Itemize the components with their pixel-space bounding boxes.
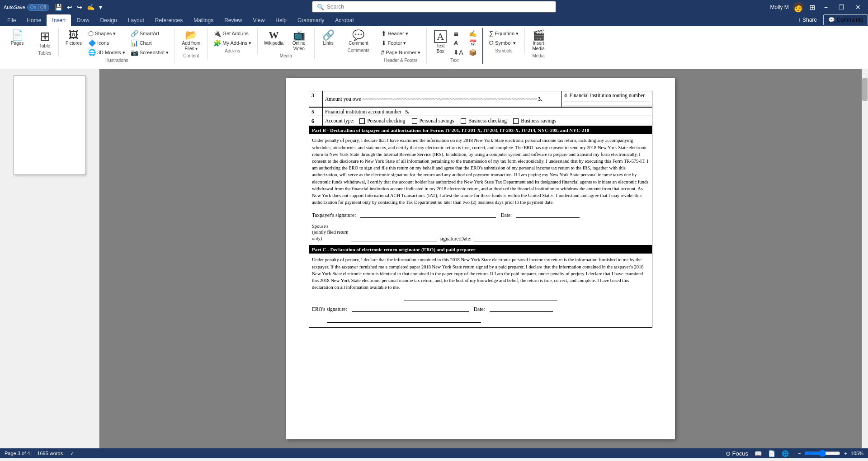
online-video-button[interactable]: 📺 Online Video	[287, 29, 311, 52]
screenshot-button[interactable]: 📷 Screenshot ▾	[128, 48, 171, 57]
tab-acrobat[interactable]: Acrobat	[330, 14, 359, 26]
read-mode-button[interactable]: 📖	[753, 450, 763, 457]
dropcap-button[interactable]: ⬇A	[451, 48, 465, 57]
tab-help[interactable]: Help	[270, 14, 292, 26]
pages-icon: 📄	[11, 30, 24, 40]
add-from-files-button[interactable]: 📂 Add from Files ▾	[179, 29, 203, 52]
tab-view[interactable]: View	[248, 14, 270, 26]
touch-button[interactable]: ✍	[85, 3, 96, 12]
layout-icon[interactable]: ⊞	[807, 3, 817, 12]
smartart-button[interactable]: 🔗 SmartArt	[128, 29, 171, 38]
autosave-toggle[interactable]: On | Off	[27, 4, 49, 11]
minimize-button[interactable]: −	[821, 3, 831, 12]
comments-icon: 💬	[828, 17, 835, 23]
row4-label: 4 Financial institution routing number	[562, 91, 652, 107]
table-button[interactable]: ⊞ Table	[35, 29, 55, 50]
chart-icon: 📊	[131, 39, 138, 47]
qa-dropdown-button[interactable]: ▾	[97, 3, 104, 12]
wikipedia-button[interactable]: W Wikipedia	[261, 29, 286, 47]
shapes-button[interactable]: ⬡ Shapes ▾	[86, 29, 127, 38]
routing-label: Financial institution routing number	[570, 93, 645, 98]
3d-models-button[interactable]: 🌐 3D Models ▾	[86, 48, 127, 57]
my-addins-button[interactable]: 🧩 My Add-ins ▾	[211, 38, 253, 47]
header-button[interactable]: ⬆ Header ▾	[379, 29, 423, 38]
add-from-files-icon: 📂	[185, 30, 197, 40]
object-button[interactable]: 📦	[467, 48, 479, 57]
signature-line-button[interactable]: ✍	[467, 29, 479, 38]
date-time-button[interactable]: 📅	[467, 38, 479, 47]
3d-models-icon: 🌐	[88, 49, 96, 56]
vertical-scrollbar[interactable]	[862, 69, 868, 448]
wikipedia-icon: W	[269, 30, 278, 40]
comment-button[interactable]: 💬 Comment	[346, 29, 371, 47]
text-box-icon: A	[434, 30, 447, 43]
document-page: 3 Amount you owe ~~~~~~~~~~~~~~~~~~~~~~~…	[286, 78, 675, 439]
ero-date-line	[490, 305, 553, 312]
tab-draw[interactable]: Draw	[71, 14, 94, 26]
chart-button[interactable]: 📊 Chart	[128, 38, 171, 47]
zoom-slider[interactable]	[804, 450, 840, 457]
pages-button[interactable]: 📄 Pages	[7, 29, 27, 47]
print-layout-button[interactable]: 📄	[767, 450, 777, 457]
tab-mailings[interactable]: Mailings	[188, 14, 219, 26]
get-addins-button[interactable]: 🔌 Get Add-ins	[211, 29, 253, 38]
table-icon: ⊞	[40, 30, 50, 43]
share-button[interactable]: ↑ Share	[793, 14, 821, 25]
focus-button[interactable]: ⊙ Focus	[724, 450, 750, 457]
autosave-control[interactable]: AutoSave On | Off	[4, 4, 49, 11]
tab-references[interactable]: References	[150, 14, 188, 26]
tab-review[interactable]: Review	[219, 14, 247, 26]
insert-media-button[interactable]: 🎬 Insert Media	[528, 29, 548, 52]
icons-button[interactable]: 🔷 Icons	[86, 38, 127, 47]
tab-design[interactable]: Design	[94, 14, 122, 26]
scrollbar-thumb[interactable]	[862, 78, 868, 101]
shapes-icon: ⬡	[88, 30, 94, 37]
user-avatar[interactable]: 🧑	[793, 2, 804, 13]
web-layout-button[interactable]: 🌐	[780, 450, 790, 457]
equation-button[interactable]: ∑ Equation ▾	[487, 29, 521, 38]
object-icon: 📦	[469, 49, 476, 56]
search-bar[interactable]: 🔍	[312, 1, 556, 13]
tab-home[interactable]: Home	[21, 14, 47, 26]
taxpayer-date-line	[516, 211, 580, 218]
footer-button[interactable]: ⬇ Footer ▾	[379, 38, 423, 47]
undo-button[interactable]: ↩	[65, 3, 74, 12]
date-label2: Date:	[474, 306, 485, 312]
page-number-button[interactable]: # Page Number ▾	[379, 48, 423, 57]
spouse-label: Spouse's	[312, 223, 348, 230]
tab-file[interactable]: File	[2, 14, 21, 26]
ero-bottom-line	[309, 315, 652, 327]
tab-grammarly[interactable]: Grammarly	[292, 14, 330, 26]
zoom-out-button[interactable]: −	[798, 451, 801, 456]
restore-button[interactable]: ❐	[835, 3, 848, 12]
header-icon: ⬆	[381, 30, 387, 37]
partb-text: Under penalty of perjury, I declare that…	[309, 134, 652, 208]
save-button[interactable]: 💾	[53, 3, 64, 12]
close-button[interactable]: ✕	[852, 3, 864, 12]
form-table-upper: 3 Amount you owe ~~~~~~~~~~~~~~~~~~~~~~~…	[309, 91, 652, 107]
page-thumbnail[interactable]	[14, 75, 86, 175]
business-checking-label: Business checking	[468, 118, 507, 123]
row6-content: Account type: Personal checking Personal…	[323, 116, 652, 126]
print-layout-icon: 📄	[768, 450, 775, 457]
wordart-button[interactable]: A	[451, 38, 465, 47]
text-box-button[interactable]: A Text Box	[430, 29, 450, 55]
ribbon-group-header-footer: ⬆ Header ▾ ⬇ Footer ▾ # Page Number ▾ He…	[375, 28, 427, 64]
links-button[interactable]: 🔗 Links	[318, 29, 338, 47]
redo-button[interactable]: ↪	[75, 3, 84, 12]
pictures-button[interactable]: 🖼 Pictures	[62, 29, 85, 47]
personal-checking-label: Personal checking	[367, 118, 405, 123]
comments-button[interactable]: 💬 Comments	[823, 14, 868, 25]
ribbon-tabs-bar: File Home Insert Draw Design Layout Refe…	[0, 14, 868, 26]
tab-insert[interactable]: Insert	[47, 14, 71, 26]
tab-layout[interactable]: Layout	[123, 14, 150, 26]
smartart-icon: 🔗	[131, 30, 138, 37]
search-input[interactable]	[327, 4, 551, 10]
quick-parts-button[interactable]: ≣	[451, 29, 465, 38]
symbol-button[interactable]: Ω Symbol ▾	[487, 38, 521, 47]
ribbon-group-text: A Text Box ≣ A ⬇A ✍ 📅	[427, 28, 483, 64]
signature-icon: ✍	[469, 30, 476, 37]
footer-icon: ⬇	[381, 39, 387, 47]
zoom-in-button[interactable]: +	[844, 451, 847, 456]
taxpayer-sig-label: Taxpayer's signature:	[312, 212, 356, 218]
